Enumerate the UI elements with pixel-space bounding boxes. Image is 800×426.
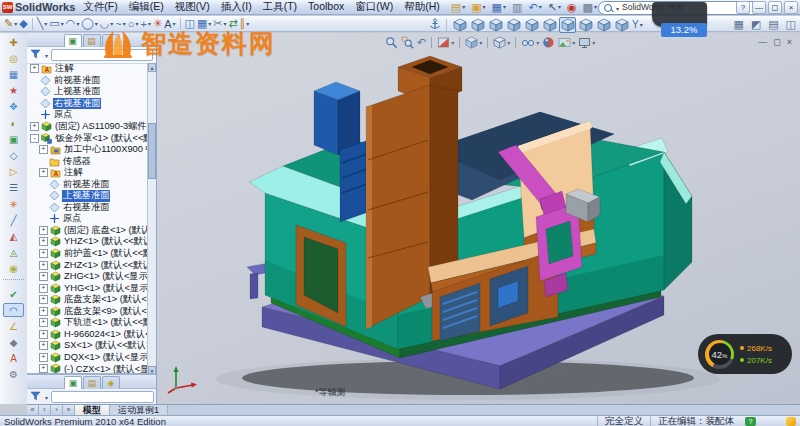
assembly-features-icon[interactable]: ▣	[3, 132, 24, 146]
hole-alignment-icon[interactable]: ◉	[3, 262, 24, 276]
appearances-pane-icon[interactable]: ◩	[751, 17, 761, 31]
scrollbar-thumb[interactable]	[148, 123, 156, 179]
mate-icon[interactable]: ◎	[3, 51, 24, 65]
expand-icon[interactable]: +	[39, 168, 48, 177]
undo-icon[interactable]: ↶▾	[528, 0, 541, 14]
sketch-icon[interactable]: ✎▾	[4, 17, 17, 31]
options-icon[interactable]: ▩▾	[583, 0, 597, 14]
tree-item-10[interactable]: 前视基准面	[27, 178, 149, 190]
tree-item-0[interactable]: +A注解	[27, 63, 149, 75]
view-settings-dropdown-icon[interactable]: ▾	[592, 39, 595, 46]
circle-dropdown-icon[interactable]: ▾	[95, 20, 98, 27]
display-style-dropdown-icon[interactable]: ▾	[507, 39, 510, 46]
view-trimetric-icon[interactable]	[577, 17, 594, 33]
expand-icon[interactable]: +	[39, 272, 48, 281]
expand-icon[interactable]: +	[30, 64, 39, 73]
apply-scene-dropdown-icon[interactable]: ▾	[572, 39, 575, 46]
pattern-dropdown-icon[interactable]: ▾	[208, 20, 211, 27]
menu-item-6[interactable]: 窗口(W)	[355, 0, 393, 14]
task-pane-icon[interactable]: ◫	[786, 17, 796, 31]
view-right-icon[interactable]	[505, 17, 522, 33]
circle-icon[interactable]: ◯▾	[81, 17, 97, 31]
view-left-icon[interactable]	[487, 17, 504, 33]
view-orientation-icon[interactable]: ▾	[465, 36, 482, 49]
tab-scroll-prev-button[interactable]: ‹	[39, 405, 51, 415]
tree-item-19[interactable]: +YHG<1> (默认<显示	[27, 282, 149, 294]
undo-dropdown-icon[interactable]: ▾	[539, 2, 542, 12]
view-dimetric-icon[interactable]	[595, 17, 612, 33]
curvature-icon[interactable]: ◠	[3, 303, 24, 317]
view-front-icon[interactable]	[451, 17, 468, 33]
tab-model[interactable]: 模型	[75, 405, 110, 415]
filter-funnel-icon[interactable]	[30, 49, 41, 61]
tree-item-1[interactable]: 前视基准面	[27, 75, 149, 87]
menu-item-1[interactable]: 编辑(E)	[129, 0, 164, 14]
options-tool-icon[interactable]: ⚙	[3, 368, 24, 382]
close-button[interactable]: ×	[784, 1, 798, 14]
tree-item-8[interactable]: 传感器	[27, 155, 149, 167]
trim-entities-dropdown-icon[interactable]: ▾	[224, 20, 227, 27]
slot-dropdown-icon[interactable]: ▾	[76, 20, 79, 27]
section-view-dropdown-icon[interactable]: ▾	[451, 39, 454, 46]
tree-item-24[interactable]: +SX<1> (默认<<默认>	[27, 340, 149, 352]
edit-appearance-icon[interactable]	[542, 36, 555, 49]
quick-tips-icon[interactable]: ?	[745, 417, 756, 426]
sketch-dropdown-icon[interactable]: ▾	[14, 20, 17, 27]
view-orientation-dropdown-icon[interactable]: ▾	[479, 39, 482, 46]
previous-view-icon[interactable]: ↶	[417, 37, 426, 48]
tree-item-7[interactable]: +加工中心1100X900 中	[27, 144, 149, 156]
tree-item-23[interactable]: +H-966024<1> (默认<	[27, 329, 149, 341]
tree-item-4[interactable]: 原点	[27, 109, 149, 121]
rebuild-icon[interactable]: ◉	[567, 0, 577, 14]
ellipse-dropdown-icon[interactable]: ▾	[135, 20, 138, 27]
help-button[interactable]: ?	[736, 1, 750, 14]
expand-icon[interactable]: +	[39, 307, 48, 316]
new-document-dropdown-icon[interactable]: ▾	[462, 2, 465, 12]
select-dropdown-icon[interactable]: ▾	[558, 2, 561, 12]
split-funnel-icon[interactable]	[30, 391, 41, 403]
tree-item-16[interactable]: +前护盖<1> (默认<<默	[27, 248, 149, 260]
expand-icon[interactable]: +	[39, 226, 48, 235]
print-icon[interactable]: ▥	[512, 0, 522, 14]
explode-line-sketch-icon[interactable]: ╱	[3, 213, 24, 227]
linear-component-pattern-icon[interactable]: ▦	[3, 68, 24, 82]
view-top-icon[interactable]	[523, 17, 540, 33]
save-icon[interactable]: ▦▾	[492, 0, 506, 14]
view-palette-icon[interactable]: ▦	[733, 17, 743, 31]
save-dropdown-icon[interactable]: ▾	[503, 2, 506, 12]
interference-detection-icon[interactable]: ◭	[3, 229, 24, 243]
minimize-button[interactable]: —	[752, 1, 766, 14]
options-dropdown-icon[interactable]: ▾	[594, 2, 597, 12]
show-hidden-components-icon[interactable]: ◐	[3, 116, 24, 130]
tab-scroll-last-button[interactable]: »	[63, 405, 75, 415]
rectangle-icon[interactable]: ▭▾	[49, 17, 63, 31]
status-tag-icon[interactable]	[786, 417, 796, 426]
expand-icon[interactable]: +	[39, 341, 48, 350]
search-dropdown-icon[interactable]: ▾	[616, 5, 619, 12]
expand-icon[interactable]: +	[39, 353, 48, 362]
section-view-icon[interactable]: ▾	[437, 36, 454, 49]
minimize-document-button[interactable]: —	[758, 37, 767, 47]
mass-properties-icon[interactable]: ◆	[3, 336, 24, 350]
insert-components-icon[interactable]: ✚	[3, 35, 24, 49]
filter-dropdown-icon[interactable]: ▾	[45, 52, 48, 59]
select-icon[interactable]: ↖▾	[548, 0, 561, 14]
menu-item-0[interactable]: 文件(F)	[83, 0, 117, 14]
expand-icon[interactable]: +	[39, 249, 48, 258]
menu-item-5[interactable]: Toolbox	[308, 0, 344, 14]
tree-item-2[interactable]: 上视基准面	[27, 86, 149, 98]
display-pane-icon[interactable]: ▤	[768, 17, 778, 31]
menu-item-2[interactable]: 视图(V)	[175, 0, 210, 14]
view-bottom-icon[interactable]	[541, 17, 558, 33]
new-motion-study-icon[interactable]: ▷	[3, 165, 24, 179]
line-dropdown-icon[interactable]: ▾	[44, 20, 47, 27]
tree-item-15[interactable]: +YHZ<1> (默认<<默认	[27, 236, 149, 248]
exploded-view-icon[interactable]: ✳	[3, 197, 24, 211]
offset-entities-dropdown-icon[interactable]: ▾	[246, 20, 249, 27]
open-document-icon[interactable]: ▣▾	[471, 0, 485, 14]
scroll-up-icon[interactable]: ▲	[148, 63, 156, 72]
tree-item-21[interactable]: +底盘支架<9> (默认<显	[27, 305, 149, 317]
slot-icon[interactable]: ◠▾	[66, 17, 80, 31]
tree-item-9[interactable]: +A注解	[27, 167, 149, 179]
move-component-icon[interactable]: ✥	[3, 100, 24, 114]
